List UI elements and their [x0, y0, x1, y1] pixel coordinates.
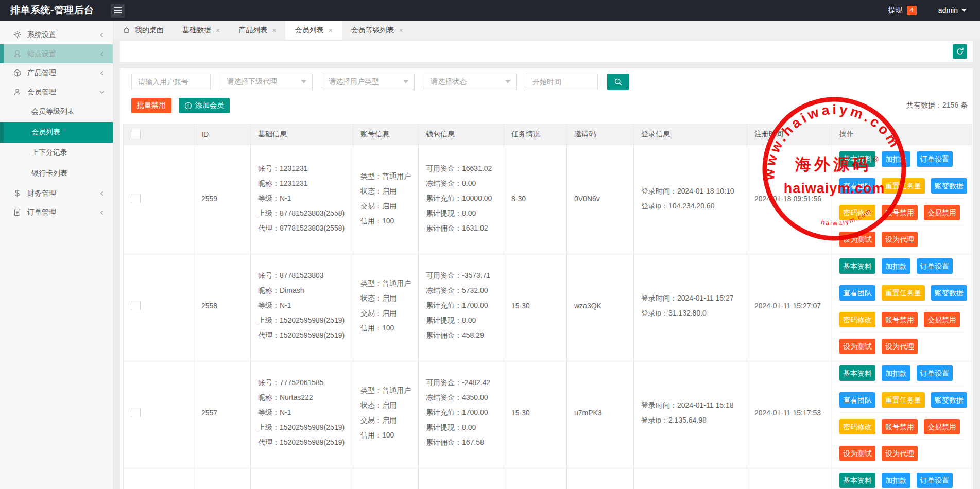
- balance-records-button[interactable]: 账变数据: [931, 178, 967, 194]
- action-button-row: 设为测试设为代理: [839, 440, 965, 466]
- set-agent-button[interactable]: 设为代理: [882, 446, 918, 461]
- view-team-button[interactable]: 查看团队: [839, 392, 875, 408]
- row-checkbox[interactable]: [131, 194, 141, 203]
- col-account-info: 账号信息: [353, 124, 419, 145]
- sidebar-item-product-management[interactable]: 产品管理: [0, 63, 113, 82]
- order-settings-button[interactable]: 订单设置: [917, 151, 953, 167]
- tab-label: 基础数据: [182, 26, 211, 35]
- set-test-button[interactable]: 设为测试: [839, 232, 875, 247]
- tab-basic-data[interactable]: 基础数据×: [173, 21, 229, 40]
- select-all-checkbox[interactable]: [131, 130, 141, 139]
- disable-trade-button[interactable]: 交易禁用: [924, 205, 960, 220]
- batch-disable-button[interactable]: 批量禁用: [131, 98, 171, 113]
- row-checkbox[interactable]: [131, 408, 141, 417]
- balance-records-button[interactable]: 账变数据: [931, 285, 967, 301]
- disable-account-button[interactable]: 账号禁用: [882, 205, 918, 220]
- set-agent-button[interactable]: 设为代理: [882, 339, 918, 354]
- account-info-cell: [353, 466, 419, 489]
- row-id: 2557: [201, 409, 217, 417]
- disable-trade-button[interactable]: 交易禁用: [924, 419, 960, 434]
- refresh-button[interactable]: [953, 44, 967, 59]
- tab-my-desktop[interactable]: 我的桌面: [113, 21, 173, 40]
- sidebar-subitem-updown-records[interactable]: 上下分记录: [0, 143, 113, 163]
- tab-close-icon[interactable]: ×: [272, 27, 276, 34]
- sidebar-item-member-management[interactable]: 会员管理: [0, 82, 113, 101]
- adjust-balance-button[interactable]: 加扣款: [882, 258, 910, 274]
- tab-close-icon[interactable]: ×: [399, 27, 403, 34]
- sidebar-subitem-member-level-list[interactable]: 会员等级列表: [0, 101, 113, 122]
- adjust-balance-button[interactable]: 加扣款: [882, 151, 910, 167]
- user-type-select[interactable]: 请选择用户类型: [322, 74, 415, 90]
- column-label: 登录信息: [641, 130, 670, 138]
- view-team-button[interactable]: 查看团队: [839, 285, 875, 301]
- sidebar-item-system-settings[interactable]: 系统设置: [0, 25, 113, 44]
- username: admin: [938, 6, 958, 14]
- add-member-label: 添加会员: [195, 101, 224, 110]
- order-settings-button[interactable]: 订单设置: [917, 473, 953, 488]
- status-select[interactable]: 请选择状态: [424, 74, 517, 90]
- start-time-input[interactable]: [526, 74, 598, 90]
- set-agent-button[interactable]: 设为代理: [882, 232, 918, 247]
- sidebar-item-order-management[interactable]: 订单管理: [0, 203, 113, 222]
- column-label: 邀请码: [574, 130, 596, 138]
- parent-agent-select[interactable]: 请选择下级代理: [220, 74, 313, 90]
- info-line: 登录ip：31.132.80.0: [641, 306, 743, 321]
- disable-trade-button[interactable]: 交易禁用: [924, 312, 960, 327]
- sidebar-subitem-member-list[interactable]: 会员列表: [0, 122, 113, 143]
- sidebar-subitem-bank-card-list[interactable]: 银行卡列表: [0, 163, 113, 184]
- set-test-button[interactable]: 设为测试: [839, 339, 875, 354]
- set-test-button[interactable]: 设为测试: [839, 446, 875, 461]
- actions-cell: 基本资料加扣款订单设置查看团队重置任务量账变数据密码修改账号禁用交易禁用设为测试…: [832, 466, 972, 489]
- select-cell: [124, 359, 194, 466]
- reset-tasks-button[interactable]: 重置任务量: [882, 178, 925, 194]
- add-member-button[interactable]: 添加会员: [179, 98, 230, 113]
- reset-tasks-button[interactable]: 重置任务量: [882, 392, 925, 408]
- tab-bar: 我的桌面基础数据×产品列表×会员列表×会员等级列表×: [113, 21, 980, 40]
- info-line: 冻结资金：0.00: [426, 176, 500, 191]
- user-menu[interactable]: admin: [938, 6, 967, 14]
- col-actions: 操作: [832, 124, 972, 145]
- register-time: 2024-01-18 09:51:56: [754, 195, 821, 203]
- change-password-button[interactable]: 密码修改: [839, 205, 875, 220]
- table-row: 基本资料加扣款订单设置查看团队重置任务量账变数据密码修改账号禁用交易禁用设为测试…: [124, 466, 972, 489]
- reset-tasks-button[interactable]: 重置任务量: [882, 285, 925, 301]
- row-checkbox[interactable]: [131, 301, 141, 310]
- basic-info-button[interactable]: 基本资料: [839, 365, 875, 381]
- order-settings-button[interactable]: 订单设置: [917, 258, 953, 274]
- basic-info-button[interactable]: 基本资料: [839, 473, 875, 488]
- login-info-lines: 登录时间：2024-01-11 15:27登录ip：31.132.80.0: [641, 291, 743, 321]
- tab-close-icon[interactable]: ×: [216, 27, 220, 34]
- info-line: 累计充值：1700.00: [426, 405, 500, 420]
- order-settings-button[interactable]: 订单设置: [917, 365, 953, 381]
- chevron-left-icon: [98, 190, 106, 197]
- hamburger-menu-icon[interactable]: [111, 4, 125, 18]
- basic-info-button[interactable]: 基本资料: [839, 258, 875, 274]
- adjust-balance-button[interactable]: 加扣款: [882, 473, 910, 488]
- refresh-icon: [956, 47, 964, 56]
- tab-member-level-list[interactable]: 会员等级列表×: [342, 21, 412, 40]
- tab-member-list[interactable]: 会员列表×: [285, 21, 341, 40]
- balance-records-button[interactable]: 账变数据: [931, 392, 967, 408]
- site-icon: [13, 49, 22, 58]
- tab-product-list[interactable]: 产品列表×: [229, 21, 285, 40]
- sidebar-item-finance-management[interactable]: $财务管理: [0, 184, 113, 203]
- sidebar: 系统设置站点设置产品管理会员管理会员等级列表会员列表上下分记录银行卡列表$财务管…: [0, 21, 113, 489]
- basic-info-button[interactable]: 基本资料: [839, 151, 875, 167]
- disable-account-button[interactable]: 账号禁用: [882, 419, 918, 434]
- withdraw-link[interactable]: 提现: [888, 6, 903, 15]
- info-line: 信用：100: [360, 321, 414, 336]
- adjust-balance-button[interactable]: 加扣款: [882, 365, 910, 381]
- withdraw-count-badge[interactable]: 4: [907, 6, 917, 15]
- info-line: 代理：15202595989(2519): [258, 328, 349, 343]
- sidebar-item-site-settings[interactable]: 站点设置: [0, 44, 113, 63]
- search-button[interactable]: [607, 74, 629, 90]
- user-account-input[interactable]: [131, 74, 211, 90]
- tab-close-icon[interactable]: ×: [328, 27, 332, 34]
- change-password-button[interactable]: 密码修改: [839, 312, 875, 327]
- view-team-button[interactable]: 查看团队: [839, 178, 875, 194]
- disable-account-button[interactable]: 账号禁用: [882, 312, 918, 327]
- info-line: 交易：启用: [360, 413, 414, 428]
- change-password-button[interactable]: 密码修改: [839, 419, 875, 434]
- tab-label: 会员列表: [295, 26, 323, 35]
- wallet-info-cell: [419, 466, 504, 489]
